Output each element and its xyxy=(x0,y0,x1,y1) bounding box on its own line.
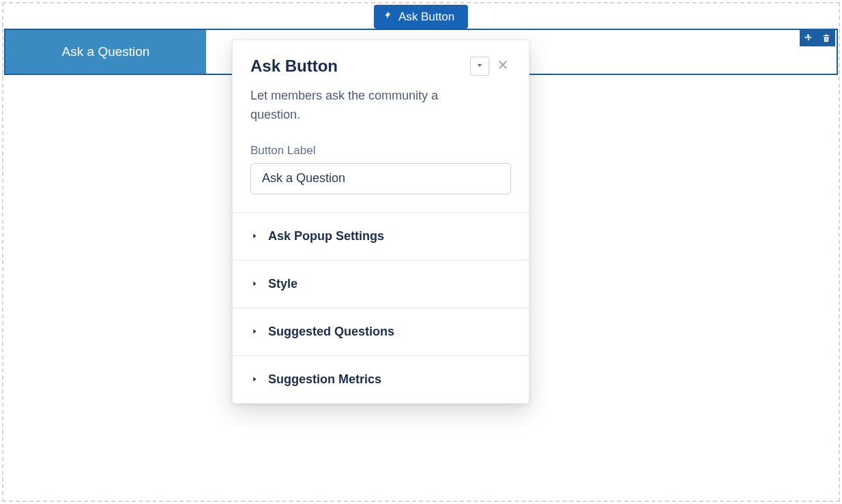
move-handle[interactable] xyxy=(800,30,817,46)
section-label: Suggested Questions xyxy=(268,325,394,339)
section-style[interactable]: Style xyxy=(233,260,529,308)
button-label-field-label: Button Label xyxy=(250,144,511,158)
component-action-bar xyxy=(800,30,835,46)
section-label: Suggestion Metrics xyxy=(268,372,381,387)
component-tag: Ask Button xyxy=(374,5,468,29)
panel-close-button[interactable] xyxy=(495,58,511,74)
panel-description: Let members ask the community a question… xyxy=(250,87,469,125)
lightning-icon xyxy=(383,9,393,25)
section-suggested-questions[interactable]: Suggested Questions xyxy=(233,308,529,355)
panel-menu-button[interactable] xyxy=(470,57,489,76)
component-tag-label: Ask Button xyxy=(398,10,454,24)
close-icon xyxy=(497,59,509,74)
ask-button-label: Ask a Question xyxy=(62,44,150,59)
section-label: Style xyxy=(268,277,297,291)
chevron-right-icon xyxy=(250,375,259,383)
section-ask-popup-settings[interactable]: Ask Popup Settings xyxy=(233,212,529,260)
property-panel: Ask Button Let members ask the community… xyxy=(232,40,529,404)
panel-title: Ask Button xyxy=(250,57,338,76)
section-suggestion-metrics[interactable]: Suggestion Metrics xyxy=(233,355,529,403)
caret-down-icon xyxy=(476,60,484,72)
button-label-input[interactable] xyxy=(250,163,511,194)
chevron-right-icon xyxy=(250,280,259,288)
chevron-right-icon xyxy=(250,327,259,336)
chevron-right-icon xyxy=(250,232,259,240)
delete-button[interactable] xyxy=(817,30,835,46)
section-label: Ask Popup Settings xyxy=(268,229,384,243)
ask-a-question-button[interactable]: Ask a Question xyxy=(5,30,206,74)
